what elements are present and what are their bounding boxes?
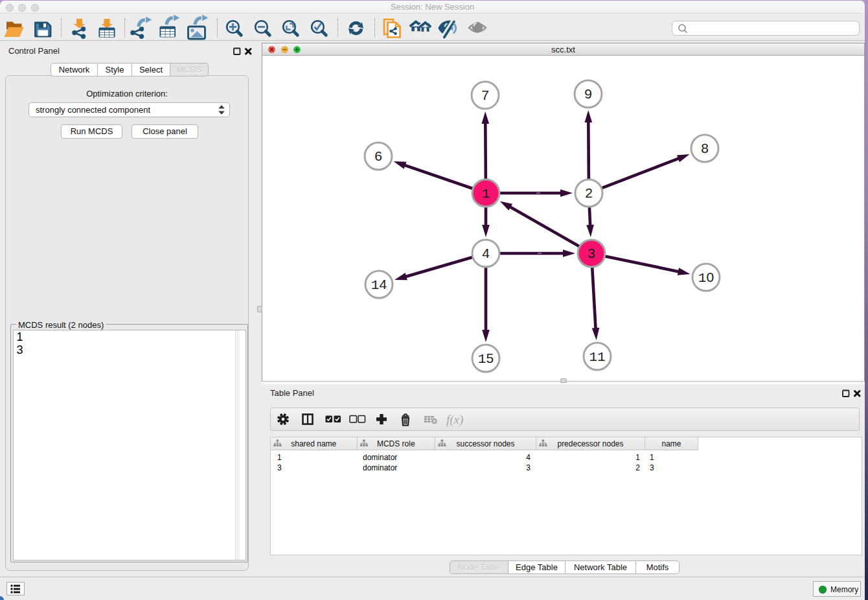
- svg-text:6: 6: [374, 148, 382, 163]
- svg-text:9: 9: [584, 86, 592, 101]
- svg-text:2: 2: [585, 185, 593, 200]
- svg-text:14: 14: [371, 277, 387, 293]
- svg-text:3: 3: [588, 246, 595, 260]
- svg-text:7: 7: [481, 87, 489, 102]
- svg-text:11: 11: [589, 350, 605, 365]
- svg-text:8: 8: [701, 141, 709, 156]
- svg-text:15: 15: [478, 351, 494, 367]
- svg-text:1: 1: [482, 187, 490, 202]
- svg-text:10: 10: [698, 270, 714, 286]
- svg-text:4: 4: [482, 246, 490, 260]
- svg-text:f(x): f(x): [446, 413, 463, 427]
